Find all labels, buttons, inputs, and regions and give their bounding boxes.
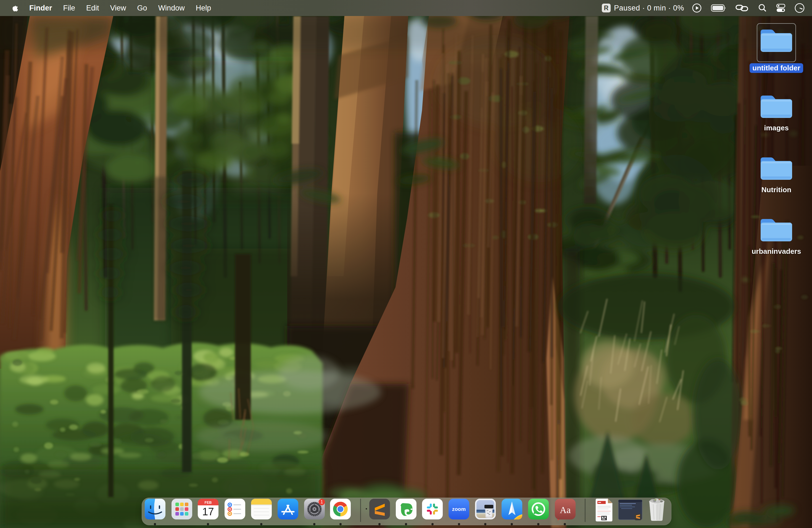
svg-text:FEB: FEB xyxy=(205,500,212,504)
svg-text:17: 17 xyxy=(202,506,214,517)
svg-text:Aa: Aa xyxy=(560,505,571,515)
svg-text:zoom: zoom xyxy=(452,506,466,512)
svg-text:1: 1 xyxy=(321,500,323,504)
